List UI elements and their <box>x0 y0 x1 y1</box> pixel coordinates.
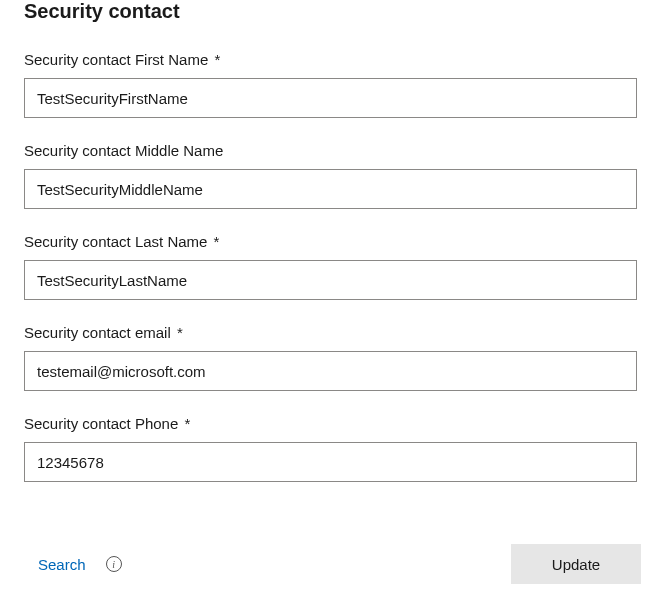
last-name-label-text: Security contact Last Name <box>24 233 207 250</box>
field-middle-name: Security contact Middle Name <box>24 142 637 209</box>
first-name-label-text: Security contact First Name <box>24 51 208 68</box>
info-icon[interactable]: i <box>106 556 122 572</box>
required-asterisk: * <box>214 51 220 68</box>
search-link[interactable]: Search <box>24 556 86 573</box>
field-phone: Security contact Phone * <box>24 415 637 482</box>
required-asterisk: * <box>184 415 190 432</box>
first-name-label: Security contact First Name * <box>24 51 637 68</box>
section-title: Security contact <box>24 0 637 23</box>
last-name-input[interactable] <box>24 260 637 300</box>
field-last-name: Security contact Last Name * <box>24 233 637 300</box>
last-name-label: Security contact Last Name * <box>24 233 637 250</box>
email-input[interactable] <box>24 351 637 391</box>
phone-label-text: Security contact Phone <box>24 415 178 432</box>
email-label: Security contact email * <box>24 324 637 341</box>
email-label-text: Security contact email <box>24 324 171 341</box>
phone-input[interactable] <box>24 442 637 482</box>
field-email: Security contact email * <box>24 324 637 391</box>
footer-left: Search i <box>24 556 122 573</box>
middle-name-label-text: Security contact Middle Name <box>24 142 223 159</box>
phone-label: Security contact Phone * <box>24 415 637 432</box>
required-asterisk: * <box>214 233 220 250</box>
footer: Search i Update <box>0 544 661 594</box>
update-button[interactable]: Update <box>511 544 641 584</box>
required-asterisk: * <box>177 324 183 341</box>
middle-name-input[interactable] <box>24 169 637 209</box>
middle-name-label: Security contact Middle Name <box>24 142 637 159</box>
field-first-name: Security contact First Name * <box>24 51 637 118</box>
first-name-input[interactable] <box>24 78 637 118</box>
